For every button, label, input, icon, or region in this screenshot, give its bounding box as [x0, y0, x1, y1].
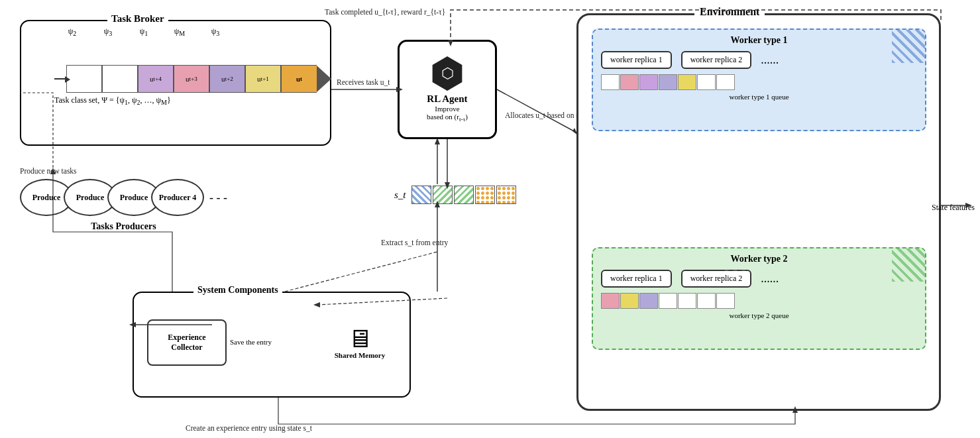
psi-label-3: ψM — [162, 27, 197, 37]
shared-memory: 🖥 Shared Memory — [323, 313, 396, 372]
task-broker-title: Task Broker — [107, 13, 168, 25]
q2-3 — [659, 293, 677, 309]
producers-title: Tasks Producers — [20, 221, 227, 232]
cell-3: ut+3 — [174, 65, 209, 93]
svg-line-13 — [285, 252, 437, 292]
task-class-label: Task class set, Ψ = {ψ1, ψ2, …, ψM} — [54, 95, 171, 106]
queue-cells: ut+4 ut+3 ut+2 ut+1 ut — [54, 65, 331, 93]
dots-2: ...... — [761, 270, 779, 288]
q1-4 — [678, 74, 696, 90]
state-cell-3 — [454, 186, 474, 204]
psi-labels: ψ2 ψ3 ψ1 ψM ψ3 — [54, 27, 233, 37]
state-cell-4 — [475, 186, 495, 204]
environment-box: Environment Worker type 1 worker replica… — [576, 13, 941, 411]
cell-2: ut+4 — [138, 65, 174, 93]
queue-row-1 — [601, 74, 917, 90]
create-entry-label: Create an experience entry using state s… — [186, 424, 312, 432]
rl-agent-subtitle: Improvebased on (rt-τ) — [427, 105, 468, 123]
producers-dots: - - - — [209, 191, 227, 205]
cell-6: ut — [281, 65, 317, 93]
hatch-1 — [892, 30, 925, 63]
q1-5 — [697, 74, 716, 90]
state-label: s_t — [394, 190, 406, 201]
diagram: Task completed u_{t-τ}, reward r_{t-τ} T… — [0, 0, 980, 438]
q2-0 — [601, 293, 620, 309]
replica-1-2: worker replica 2 — [681, 51, 752, 69]
system-box: System Components ExperienceCollector 🖥 … — [133, 292, 411, 398]
state-features-label: State features — [932, 203, 975, 213]
q1-1 — [620, 74, 639, 90]
experience-collector: ExperienceCollector — [147, 319, 227, 366]
ellipses-row: Produce Produce Produce Producer 4 - - - — [20, 179, 227, 216]
environment-title: Environment — [694, 6, 765, 18]
hatch-2 — [892, 248, 925, 282]
top-reward-label: Task completed u_{t-τ}, reward r_{t-τ} — [325, 8, 445, 16]
q1-3 — [659, 74, 677, 90]
producer-4: Producer 4 — [151, 179, 204, 216]
cell-5: ut+1 — [245, 65, 281, 93]
receives-task-label: Receives task u_t — [337, 78, 390, 86]
worker-type-2-box: Worker type 2 worker replica 1 worker re… — [592, 247, 926, 350]
psi-label-4: ψ3 — [197, 27, 233, 37]
task-broker-box: Task Broker ψ2 ψ3 ψ1 ψM ψ3 ut+4 ut+3 ut+… — [20, 20, 331, 146]
chip-icon: 🖥 — [347, 326, 372, 351]
q2-6 — [716, 293, 735, 309]
q2-1 — [620, 293, 639, 309]
rl-agent-box: ⬡ RL Agent Improvebased on (rt-τ) — [398, 40, 497, 139]
hexagon-inner: ⬡ — [441, 65, 454, 82]
worker-type-1-box: Worker type 1 worker replica 1 worker re… — [592, 28, 926, 131]
q2-5 — [697, 293, 716, 309]
queue-label-1: worker type 1 queue — [601, 93, 917, 101]
q1-6 — [716, 74, 735, 90]
psi-label-0: ψ2 — [54, 27, 90, 37]
replicas-row-2: worker replica 1 worker replica 2 ...... — [601, 270, 917, 288]
queue-row-2 — [601, 293, 917, 309]
state-vector: s_t — [394, 186, 516, 204]
replica-1-1: worker replica 1 — [601, 51, 672, 69]
system-title: System Components — [193, 285, 282, 296]
q2-2 — [639, 293, 658, 309]
allocates-label: Allocates u_t based on s_t — [505, 111, 585, 119]
replicas-row-1: worker replica 1 worker replica 2 ...... — [601, 51, 917, 69]
q1-0 — [601, 74, 620, 90]
q2-4 — [678, 293, 696, 309]
dash-separator: - - - — [724, 260, 746, 278]
psi-label-1: ψ3 — [90, 27, 126, 37]
queue-label-2: worker type 2 queue — [601, 311, 917, 319]
cell-1 — [102, 65, 138, 93]
worker-type-1-title: Worker type 1 — [601, 35, 917, 46]
rl-agent-icon: ⬡ — [430, 56, 464, 91]
extract-label: Extract s_t from entry — [381, 239, 448, 246]
replica-2-1: worker replica 1 — [601, 270, 672, 288]
cell-4: ut+2 — [209, 65, 245, 93]
state-cell-5 — [496, 186, 516, 204]
worker-type-2-title: Worker type 2 — [601, 254, 917, 264]
producers-area: Produce Produce Produce Producer 4 - - -… — [20, 172, 227, 232]
psi-label-2: ψ1 — [126, 27, 162, 37]
q1-2 — [639, 74, 658, 90]
cell-0 — [66, 65, 102, 93]
state-cell-2 — [433, 186, 453, 204]
state-cell-1 — [411, 186, 431, 204]
rl-agent-title: RL Agent — [427, 93, 467, 105]
chip-label: Shared Memory — [335, 351, 385, 359]
save-entry-label: Save the entry — [230, 338, 272, 346]
dots-1: ...... — [761, 51, 779, 69]
